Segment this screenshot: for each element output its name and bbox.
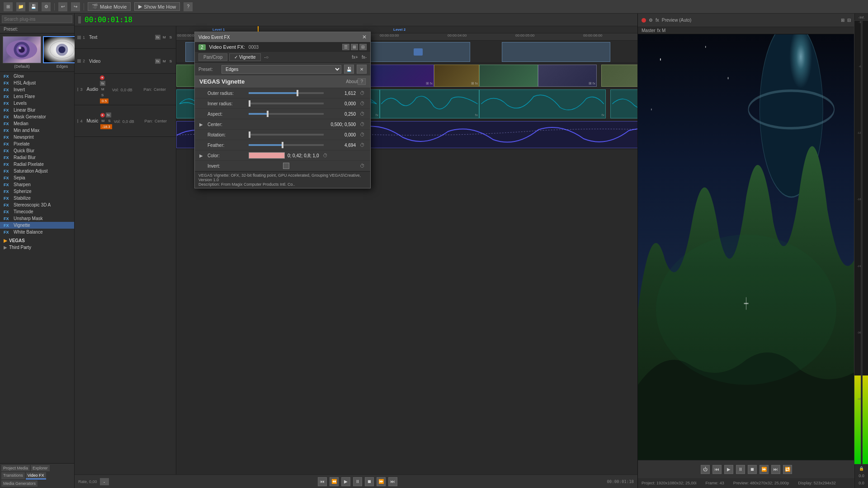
go-start-button[interactable]: ⏮ <box>318 477 327 486</box>
track-m-1[interactable]: M <box>161 35 167 40</box>
audio-clip-4[interactable]: fx <box>610 89 637 118</box>
text-clip-3[interactable] <box>502 42 610 62</box>
tab-project-media[interactable]: Project Media <box>1 465 30 471</box>
track-s-1[interactable]: S <box>168 35 173 40</box>
vefx-add-icon[interactable]: fx+ <box>352 55 358 60</box>
stop-button[interactable]: ⏹ <box>365 477 374 486</box>
preview-step-fwd-btn[interactable]: ⏩ <box>760 465 769 474</box>
toolbar-icon-2[interactable]: 📁 <box>16 2 25 11</box>
audio-clip-2[interactable]: fx <box>380 89 479 118</box>
preset-default-thumb[interactable]: (Default) <box>3 36 41 69</box>
vefx-list-icon[interactable]: ☰ <box>342 44 349 50</box>
preview-stop-btn[interactable]: ⏹ <box>748 465 757 474</box>
tab-media-generators[interactable]: Media Generators <box>1 480 38 487</box>
fx-item-quick-blur[interactable]: FX Quick Blur <box>0 147 74 154</box>
fx-item-linear-blur[interactable]: FX Linear Blur <box>0 107 74 113</box>
track-s-3[interactable]: S <box>100 93 105 98</box>
video-clip-5[interactable]: ⊞ fx <box>434 65 479 87</box>
fx-item-levels[interactable]: FX Levels <box>0 100 74 107</box>
track-fx-2[interactable]: fx <box>155 59 160 64</box>
toolbar-icon-1[interactable]: ⊞ <box>4 2 13 11</box>
track-s-2[interactable]: S <box>168 59 173 64</box>
fx-item-invert[interactable]: FX Invert <box>0 86 74 93</box>
track-record-3[interactable]: ● <box>100 75 104 80</box>
tab-pan-crop[interactable]: Pan/Crop <box>198 53 227 61</box>
inner-radius-anim[interactable]: ⏱ <box>359 100 366 107</box>
make-movie-button[interactable]: 🎬 Make Movie <box>88 2 131 11</box>
track-record-4[interactable]: ● <box>100 113 105 117</box>
help-icon[interactable]: ? <box>184 2 193 11</box>
fx-item-sharpen[interactable]: FX Sharpen <box>0 181 74 188</box>
track-toggle-3[interactable] <box>77 88 78 91</box>
invert-checkbox[interactable] <box>283 163 289 169</box>
preview-loop-btn[interactable]: 🔁 <box>783 465 792 474</box>
pan-lock-icon[interactable]: 🔒 <box>858 465 865 472</box>
outer-radius-anim[interactable]: ⏱ <box>359 89 366 97</box>
preview-snap-icon[interactable]: ⊟ <box>847 18 851 23</box>
invert-anim[interactable]: ⏱ <box>359 162 366 169</box>
track-m-2[interactable]: M <box>161 59 167 64</box>
audio-clip-3[interactable]: fx <box>479 89 606 118</box>
track-toggle-1[interactable] <box>77 36 81 39</box>
fx-item-white-balance[interactable]: FX White Balance <box>0 229 74 235</box>
vefx-preset-select[interactable]: Edges (Default) Highlight <box>222 65 341 74</box>
rate-input[interactable]: - <box>100 478 109 485</box>
show-me-how-button[interactable]: ▶ Show Me How <box>134 2 180 11</box>
pause-button[interactable]: ⏸ <box>353 477 362 486</box>
preview-end-btn[interactable]: ⏭ <box>771 465 780 474</box>
video-clip-8[interactable]: ⊞ fx <box>601 65 637 87</box>
preview-power-btn[interactable]: ⏻ <box>701 465 710 474</box>
aspect-slider[interactable] <box>249 113 324 115</box>
inner-radius-slider[interactable] <box>249 103 324 104</box>
fx-item-lens-flare[interactable]: FX Lens Flare <box>0 93 74 100</box>
fx-item-hsl[interactable]: FX HSL Adjust <box>0 80 74 86</box>
tab-vignette[interactable]: ✓ Vignette <box>229 53 260 61</box>
fx-item-timecode[interactable]: FX Timecode <box>0 208 74 215</box>
track-fx-4[interactable]: fx <box>106 113 111 117</box>
fx-item-spherize[interactable]: FX Spherize <box>0 188 74 195</box>
fx-group-third-party[interactable]: ▶ Third Party <box>0 244 74 251</box>
fx-item-stereo3d[interactable]: FX Stereoscopic 3D A <box>0 202 74 208</box>
aspect-anim[interactable]: ⏱ <box>359 110 366 117</box>
fx-item-stabilize[interactable]: FX Stabilize <box>0 195 74 202</box>
step-forward-button[interactable]: ⏩ <box>377 477 386 486</box>
outer-radius-slider[interactable] <box>249 92 324 94</box>
track-fx-1[interactable]: fx <box>155 35 160 40</box>
feather-slider[interactable] <box>249 144 324 146</box>
track-m-3[interactable]: M <box>100 87 106 92</box>
vefx-detail-icon[interactable]: ⊟ <box>359 44 367 50</box>
fx-item-saturation[interactable]: FX Saturation Adjust <box>0 168 74 174</box>
video-clip-7[interactable]: ⊞ fx <box>538 65 597 87</box>
track-m-4[interactable]: M <box>100 118 106 123</box>
rotation-slider[interactable] <box>249 134 324 136</box>
search-input[interactable] <box>2 15 72 23</box>
preview-play-btn[interactable]: ▶ <box>724 465 733 474</box>
fx-item-sepia[interactable]: FX Sepia <box>0 174 74 181</box>
preview-close-btn[interactable] <box>642 18 646 23</box>
undo-icon[interactable]: ↩ <box>58 2 67 11</box>
vefx-remove-icon[interactable]: fx- <box>362 55 367 60</box>
tab-extra-icon[interactable]: -○ <box>264 55 269 60</box>
color-anim[interactable]: ⏱ <box>322 152 329 159</box>
fx-item-median[interactable]: FX Median <box>0 120 74 127</box>
fx-item-vignette[interactable]: FX Vignette <box>0 222 74 229</box>
step-back-button[interactable]: ⏪ <box>330 477 339 486</box>
vefx-grid-icon[interactable]: ⊞ <box>351 44 358 50</box>
toolbar-icon-4[interactable]: ⚙ <box>42 2 51 11</box>
plugin-help-button[interactable]: ? <box>358 78 366 85</box>
timeline-collapse[interactable] <box>78 16 81 23</box>
tab-video-fx[interactable]: Video FX <box>26 472 46 479</box>
plugin-about-link[interactable]: About <box>346 79 358 84</box>
tab-transitions[interactable]: Transitions <box>1 472 25 479</box>
rotation-anim[interactable]: ⏱ <box>359 131 366 138</box>
video-event-fx-dialog[interactable]: Video Event FX ✕ 2 Video Event FX: 0003 … <box>194 32 371 188</box>
play-button[interactable]: ▶ <box>341 477 350 486</box>
center-expand[interactable]: ▶ <box>199 122 205 127</box>
go-end-button[interactable]: ⏭ <box>388 477 397 486</box>
preview-pause-btn[interactable]: ⏸ <box>736 465 745 474</box>
fx-item-radial-blur[interactable]: FX Radial Blur <box>0 154 74 161</box>
track-toggle-4[interactable] <box>77 119 78 123</box>
feather-anim[interactable]: ⏱ <box>359 141 366 149</box>
fx-item-mask-gen[interactable]: FX Mask Generator <box>0 113 74 120</box>
fx-item-unsharp[interactable]: FX Unsharp Mask <box>0 215 74 222</box>
